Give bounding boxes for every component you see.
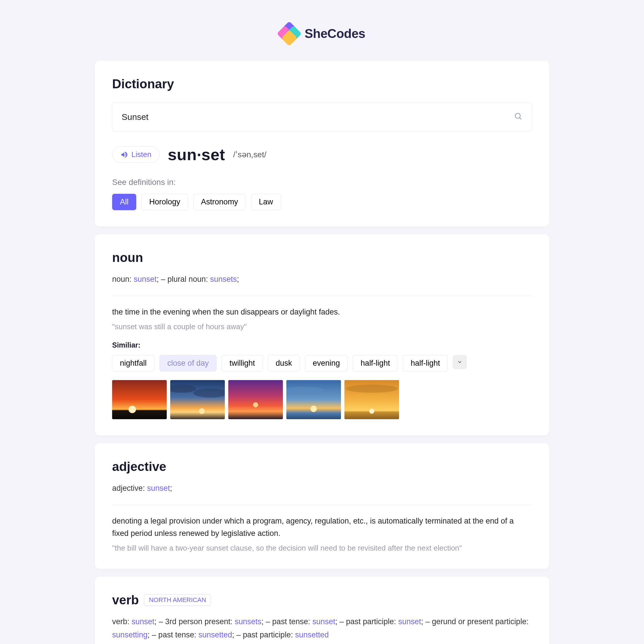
verb-forms: verb: sunset; – 3rd person present: suns… xyxy=(112,615,532,644)
image-row xyxy=(112,380,532,419)
svg-point-9 xyxy=(253,402,258,407)
headword: sun·set xyxy=(168,145,225,164)
similar-chip[interactable]: nightfall xyxy=(112,355,154,371)
speaker-icon xyxy=(120,151,128,158)
similar-row: nightfallclose of daytwillightduskevenin… xyxy=(112,355,532,371)
listen-button[interactable]: Listen xyxy=(112,146,160,163)
page-title: Dictionary xyxy=(112,77,532,91)
brand-name: SheCodes xyxy=(304,26,365,41)
sunset-image[interactable] xyxy=(170,380,225,419)
adjective-example: "the bill will have a two-year sunset cl… xyxy=(112,544,532,553)
phonetic: /ˈsənˌset/ xyxy=(233,150,266,159)
search-icon[interactable] xyxy=(514,112,522,122)
noun-forms: noun: sunset; – plural noun: sunsets; xyxy=(112,273,532,296)
search-input[interactable] xyxy=(122,112,514,122)
svg-point-12 xyxy=(311,406,317,412)
category-chip[interactable]: All xyxy=(112,194,136,210)
svg-point-14 xyxy=(346,385,398,393)
listen-label: Listen xyxy=(131,150,151,159)
sunset-image[interactable] xyxy=(344,380,399,419)
svg-line-1 xyxy=(520,118,521,119)
pos-title-adjective: adjective xyxy=(112,459,532,474)
similar-chip[interactable]: half-light xyxy=(353,355,398,371)
svg-rect-8 xyxy=(228,380,283,419)
svg-point-3 xyxy=(129,406,136,413)
similar-chip[interactable]: dusk xyxy=(268,355,300,371)
chevron-down-icon xyxy=(457,359,463,365)
search-card: Dictionary Listen sun·set /ˈsənˌset/ See… xyxy=(95,61,549,226)
expand-similar-button[interactable] xyxy=(453,355,467,369)
pos-title-noun: noun xyxy=(112,250,532,265)
definitions-in-label: See definitions in: xyxy=(112,178,532,187)
adjective-forms: adjective: sunset; xyxy=(112,482,532,505)
adjective-card: adjective adjective: sunset; denoting a … xyxy=(95,443,549,569)
svg-point-7 xyxy=(199,408,205,414)
noun-definition: the time in the evening when the sun dis… xyxy=(112,306,532,318)
adjective-definition: denoting a legal provision under which a… xyxy=(112,515,532,540)
similar-chip[interactable]: close of day xyxy=(160,355,216,371)
similar-label: Similiar: xyxy=(112,341,532,349)
logo[interactable]: SheCodes xyxy=(95,23,549,46)
logo-icon xyxy=(279,23,300,44)
region-tag: NORTH AMERICAN xyxy=(144,594,211,606)
pos-title-verb: verb xyxy=(112,593,139,607)
sunset-image[interactable] xyxy=(228,380,283,419)
svg-point-15 xyxy=(369,409,374,414)
sunset-image[interactable] xyxy=(286,380,341,419)
noun-card: noun noun: sunset; – plural noun: sunset… xyxy=(95,234,549,435)
svg-rect-10 xyxy=(286,380,341,419)
category-chip[interactable]: Law xyxy=(251,194,281,210)
svg-point-0 xyxy=(515,113,520,118)
similar-chip[interactable]: evening xyxy=(305,355,348,371)
search-box[interactable] xyxy=(112,103,532,131)
verb-card: verb NORTH AMERICAN verb: sunset; – 3rd … xyxy=(95,577,549,644)
sunset-image[interactable] xyxy=(112,380,167,419)
svg-rect-2 xyxy=(112,380,167,419)
category-row: AllHorologyAstronomyLaw xyxy=(112,194,532,210)
noun-example: "sunset was still a couple of hours away… xyxy=(112,322,532,331)
category-chip[interactable]: Horology xyxy=(141,194,188,210)
category-chip[interactable]: Astronomy xyxy=(193,194,246,210)
similar-chip[interactable]: twillight xyxy=(222,355,263,371)
similar-chip[interactable]: half-light xyxy=(403,355,448,371)
